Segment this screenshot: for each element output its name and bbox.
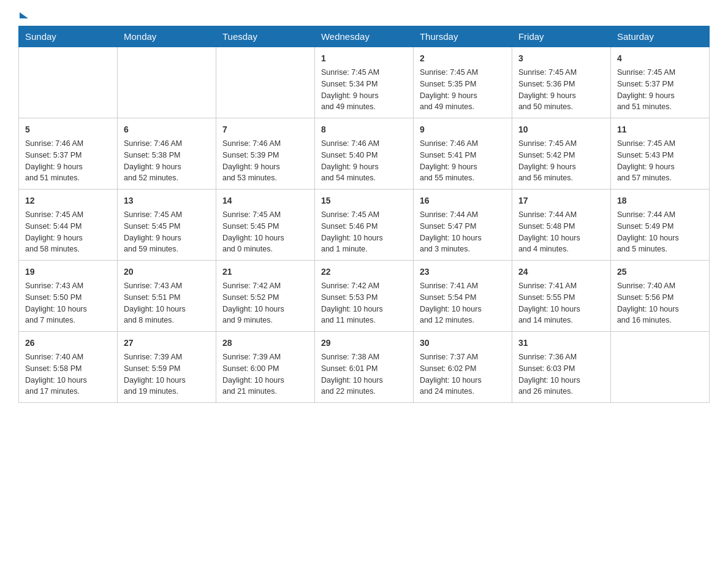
day-number: 26 bbox=[25, 337, 111, 350]
day-number: 8 bbox=[321, 123, 407, 136]
day-info: Sunrise: 7:39 AM Sunset: 5:59 PM Dayligh… bbox=[124, 351, 210, 397]
day-info: Sunrise: 7:45 AM Sunset: 5:36 PM Dayligh… bbox=[518, 67, 604, 113]
day-info: Sunrise: 7:46 AM Sunset: 5:38 PM Dayligh… bbox=[124, 138, 210, 184]
day-number: 17 bbox=[518, 194, 604, 207]
day-number: 19 bbox=[25, 266, 111, 278]
day-number: 16 bbox=[420, 194, 506, 207]
calendar-cell: 10Sunrise: 7:45 AM Sunset: 5:42 PM Dayli… bbox=[512, 118, 610, 190]
day-info: Sunrise: 7:42 AM Sunset: 5:52 PM Dayligh… bbox=[222, 280, 308, 326]
calendar-cell: 17Sunrise: 7:44 AM Sunset: 5:48 PM Dayli… bbox=[512, 190, 610, 261]
day-number: 7 bbox=[222, 123, 308, 136]
day-info: Sunrise: 7:43 AM Sunset: 5:50 PM Dayligh… bbox=[25, 280, 111, 326]
day-number: 9 bbox=[420, 123, 506, 136]
day-info: Sunrise: 7:42 AM Sunset: 5:53 PM Dayligh… bbox=[321, 280, 407, 326]
calendar-cell: 18Sunrise: 7:44 AM Sunset: 5:49 PM Dayli… bbox=[610, 190, 709, 261]
day-info: Sunrise: 7:44 AM Sunset: 5:48 PM Dayligh… bbox=[518, 209, 604, 255]
day-number: 6 bbox=[124, 123, 210, 136]
calendar-cell: 19Sunrise: 7:43 AM Sunset: 5:50 PM Dayli… bbox=[19, 261, 118, 332]
calendar-cell: 15Sunrise: 7:45 AM Sunset: 5:46 PM Dayli… bbox=[314, 190, 413, 261]
day-info: Sunrise: 7:45 AM Sunset: 5:34 PM Dayligh… bbox=[321, 67, 407, 113]
day-number: 23 bbox=[420, 266, 506, 278]
day-number: 15 bbox=[321, 194, 407, 207]
calendar-cell: 31Sunrise: 7:36 AM Sunset: 6:03 PM Dayli… bbox=[512, 332, 610, 403]
day-info: Sunrise: 7:36 AM Sunset: 6:03 PM Dayligh… bbox=[518, 351, 604, 397]
day-info: Sunrise: 7:46 AM Sunset: 5:39 PM Dayligh… bbox=[222, 138, 308, 184]
week-row-5: 26Sunrise: 7:40 AM Sunset: 5:58 PM Dayli… bbox=[19, 332, 710, 403]
day-number: 2 bbox=[420, 52, 506, 65]
day-info: Sunrise: 7:41 AM Sunset: 5:55 PM Dayligh… bbox=[518, 280, 604, 326]
week-row-3: 12Sunrise: 7:45 AM Sunset: 5:44 PM Dayli… bbox=[19, 190, 710, 261]
calendar-cell: 20Sunrise: 7:43 AM Sunset: 5:51 PM Dayli… bbox=[117, 261, 216, 332]
calendar-cell: 26Sunrise: 7:40 AM Sunset: 5:58 PM Dayli… bbox=[19, 332, 118, 403]
day-info: Sunrise: 7:45 AM Sunset: 5:42 PM Dayligh… bbox=[518, 138, 604, 184]
day-number: 18 bbox=[617, 194, 703, 207]
calendar-cell: 13Sunrise: 7:45 AM Sunset: 5:45 PM Dayli… bbox=[117, 190, 216, 261]
calendar-cell: 22Sunrise: 7:42 AM Sunset: 5:53 PM Dayli… bbox=[314, 261, 413, 332]
day-number: 30 bbox=[420, 337, 506, 350]
calendar-cell: 9Sunrise: 7:46 AM Sunset: 5:41 PM Daylig… bbox=[413, 118, 512, 190]
day-info: Sunrise: 7:41 AM Sunset: 5:54 PM Dayligh… bbox=[420, 280, 506, 326]
calendar-cell: 28Sunrise: 7:39 AM Sunset: 6:00 PM Dayli… bbox=[216, 332, 314, 403]
day-number: 3 bbox=[518, 52, 604, 65]
week-row-4: 19Sunrise: 7:43 AM Sunset: 5:50 PM Dayli… bbox=[19, 261, 710, 332]
day-number: 22 bbox=[321, 266, 407, 278]
day-info: Sunrise: 7:45 AM Sunset: 5:35 PM Dayligh… bbox=[420, 67, 506, 113]
calendar-cell bbox=[610, 332, 709, 403]
day-number: 28 bbox=[222, 337, 308, 350]
day-info: Sunrise: 7:45 AM Sunset: 5:44 PM Dayligh… bbox=[25, 209, 111, 255]
day-number: 20 bbox=[124, 266, 210, 278]
calendar-cell bbox=[117, 47, 216, 118]
calendar-cell: 24Sunrise: 7:41 AM Sunset: 5:55 PM Dayli… bbox=[512, 261, 610, 332]
calendar-cell: 5Sunrise: 7:46 AM Sunset: 5:37 PM Daylig… bbox=[19, 118, 118, 190]
day-info: Sunrise: 7:39 AM Sunset: 6:00 PM Dayligh… bbox=[222, 351, 308, 397]
day-header-friday: Friday bbox=[512, 26, 610, 47]
calendar-cell bbox=[216, 47, 314, 118]
day-number: 4 bbox=[617, 52, 703, 65]
logo-triangle-icon bbox=[20, 12, 28, 18]
day-number: 12 bbox=[25, 194, 111, 207]
calendar-cell: 21Sunrise: 7:42 AM Sunset: 5:52 PM Dayli… bbox=[216, 261, 314, 332]
day-header-monday: Monday bbox=[117, 26, 216, 47]
day-info: Sunrise: 7:44 AM Sunset: 5:49 PM Dayligh… bbox=[617, 209, 703, 255]
day-info: Sunrise: 7:46 AM Sunset: 5:41 PM Dayligh… bbox=[420, 138, 506, 184]
calendar-cell: 27Sunrise: 7:39 AM Sunset: 5:59 PM Dayli… bbox=[117, 332, 216, 403]
calendar-cell: 6Sunrise: 7:46 AM Sunset: 5:38 PM Daylig… bbox=[117, 118, 216, 190]
day-number: 1 bbox=[321, 52, 407, 65]
day-number: 14 bbox=[222, 194, 308, 207]
calendar-cell: 16Sunrise: 7:44 AM Sunset: 5:47 PM Dayli… bbox=[413, 190, 512, 261]
calendar-cell: 8Sunrise: 7:46 AM Sunset: 5:40 PM Daylig… bbox=[314, 118, 413, 190]
day-info: Sunrise: 7:38 AM Sunset: 6:01 PM Dayligh… bbox=[321, 351, 407, 397]
day-info: Sunrise: 7:43 AM Sunset: 5:51 PM Dayligh… bbox=[124, 280, 210, 326]
day-header-row: SundayMondayTuesdayWednesdayThursdayFrid… bbox=[19, 26, 710, 47]
day-header-wednesday: Wednesday bbox=[314, 26, 413, 47]
day-info: Sunrise: 7:40 AM Sunset: 5:56 PM Dayligh… bbox=[617, 280, 703, 326]
calendar-cell: 2Sunrise: 7:45 AM Sunset: 5:35 PM Daylig… bbox=[413, 47, 512, 118]
day-number: 5 bbox=[25, 123, 111, 136]
calendar-cell: 29Sunrise: 7:38 AM Sunset: 6:01 PM Dayli… bbox=[314, 332, 413, 403]
day-header-saturday: Saturday bbox=[610, 26, 709, 47]
day-number: 21 bbox=[222, 266, 308, 278]
page-header bbox=[18, 12, 710, 20]
calendar-cell: 1Sunrise: 7:45 AM Sunset: 5:34 PM Daylig… bbox=[314, 47, 413, 118]
day-number: 10 bbox=[518, 123, 604, 136]
day-info: Sunrise: 7:40 AM Sunset: 5:58 PM Dayligh… bbox=[25, 351, 111, 397]
calendar-cell: 7Sunrise: 7:46 AM Sunset: 5:39 PM Daylig… bbox=[216, 118, 314, 190]
calendar-cell: 4Sunrise: 7:45 AM Sunset: 5:37 PM Daylig… bbox=[610, 47, 709, 118]
calendar-cell: 25Sunrise: 7:40 AM Sunset: 5:56 PM Dayli… bbox=[610, 261, 709, 332]
day-info: Sunrise: 7:45 AM Sunset: 5:46 PM Dayligh… bbox=[321, 209, 407, 255]
day-number: 27 bbox=[124, 337, 210, 350]
day-number: 25 bbox=[617, 266, 703, 278]
calendar-cell: 30Sunrise: 7:37 AM Sunset: 6:02 PM Dayli… bbox=[413, 332, 512, 403]
day-number: 31 bbox=[518, 337, 604, 350]
day-info: Sunrise: 7:37 AM Sunset: 6:02 PM Dayligh… bbox=[420, 351, 506, 397]
day-info: Sunrise: 7:45 AM Sunset: 5:45 PM Dayligh… bbox=[124, 209, 210, 255]
day-header-thursday: Thursday bbox=[413, 26, 512, 47]
calendar-cell bbox=[19, 47, 118, 118]
day-info: Sunrise: 7:44 AM Sunset: 5:47 PM Dayligh… bbox=[420, 209, 506, 255]
week-row-1: 1Sunrise: 7:45 AM Sunset: 5:34 PM Daylig… bbox=[19, 47, 710, 118]
logo bbox=[18, 12, 28, 20]
day-number: 29 bbox=[321, 337, 407, 350]
day-info: Sunrise: 7:45 AM Sunset: 5:43 PM Dayligh… bbox=[617, 138, 703, 184]
week-row-2: 5Sunrise: 7:46 AM Sunset: 5:37 PM Daylig… bbox=[19, 118, 710, 190]
calendar-cell: 14Sunrise: 7:45 AM Sunset: 5:45 PM Dayli… bbox=[216, 190, 314, 261]
